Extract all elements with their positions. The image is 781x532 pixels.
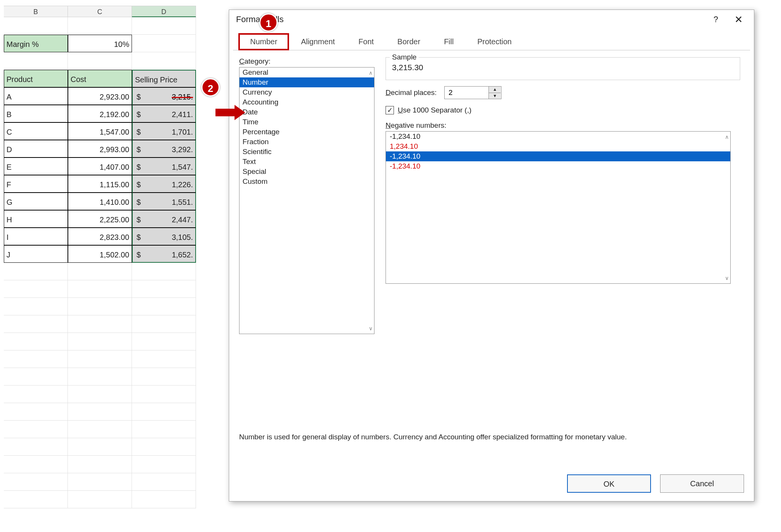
tab-font[interactable]: Font: [347, 33, 386, 50]
negative-item[interactable]: -1,234.10: [386, 132, 730, 141]
header-selling-price[interactable]: Selling Price: [132, 70, 196, 87]
category-item-percentage[interactable]: Percentage: [239, 127, 374, 137]
margin-value-cell[interactable]: 10%: [68, 35, 132, 52]
tab-border[interactable]: Border: [386, 33, 432, 50]
spin-up-icon[interactable]: ▲: [489, 87, 501, 93]
format-cells-dialog: Format Cells ? ✕ Number Alignment Font B…: [229, 10, 754, 501]
titlebar[interactable]: Format Cells ? ✕: [229, 10, 754, 29]
decimal-places-label: Decimal places:: [386, 88, 437, 97]
category-item-date[interactable]: Date: [239, 107, 374, 117]
cancel-button[interactable]: Cancel: [660, 474, 744, 493]
category-item-custom[interactable]: Custom: [239, 177, 374, 186]
tab-number[interactable]: Number: [238, 33, 289, 50]
callout-1-badge: 1: [259, 13, 278, 32]
empty-cell[interactable]: [68, 17, 132, 35]
ok-button[interactable]: OK: [567, 474, 651, 493]
spin-down-icon[interactable]: ▼: [489, 93, 501, 99]
empty-cell[interactable]: [4, 17, 68, 35]
category-item-currency[interactable]: Currency: [239, 87, 374, 97]
empty-cell[interactable]: [132, 17, 196, 35]
header-product[interactable]: Product: [4, 70, 68, 87]
table-row: H 2,225.00 $2,447.: [4, 210, 252, 228]
negative-numbers-listbox[interactable]: ∧ -1,234.10 1,234.10 -1,234.10 -1,234.10…: [386, 131, 731, 284]
sample-value: 3,215.30: [390, 60, 735, 72]
checkbox-check-icon: ✓: [386, 106, 394, 114]
negative-item[interactable]: -1,234.10: [386, 151, 730, 161]
category-item-special[interactable]: Special: [239, 167, 374, 177]
column-headers: B C D: [4, 6, 252, 17]
table-row: F 1,115.00 $1,226.: [4, 175, 252, 193]
category-listbox[interactable]: ∧ General Number Currency Accounting Dat…: [239, 67, 374, 334]
tab-protection[interactable]: Protection: [466, 33, 524, 50]
callout-2-badge: 2: [201, 78, 220, 96]
thousand-separator-label: Use 1000 Separator (,): [398, 106, 471, 114]
decimal-places-input[interactable]: [445, 87, 489, 99]
column-header-b[interactable]: B: [4, 6, 68, 17]
category-description: Number is used for general display of nu…: [239, 432, 735, 442]
table-row: I 2,823.00 $3,105.: [4, 228, 252, 245]
negative-item[interactable]: 1,234.10: [386, 141, 730, 151]
tab-fill[interactable]: Fill: [432, 33, 466, 50]
scroll-up-icon[interactable]: ∧: [725, 134, 729, 140]
tab-alignment[interactable]: Alignment: [289, 33, 347, 50]
header-cost[interactable]: Cost: [68, 70, 132, 87]
scroll-down-icon[interactable]: ∨: [725, 275, 729, 281]
table-row: C 1,547.00 $1,701.: [4, 122, 252, 140]
sample-group: Sample 3,215.30: [386, 57, 740, 80]
category-item-number[interactable]: Number: [239, 77, 374, 87]
category-item-general[interactable]: General: [239, 68, 374, 77]
decimal-places-stepper[interactable]: ▲ ▼: [444, 86, 501, 99]
category-item-scientific[interactable]: Scientific: [239, 147, 374, 157]
category-item-time[interactable]: Time: [239, 117, 374, 127]
table-row: J 1,502.00 $1,652.: [4, 245, 252, 263]
callout-arrow-icon: [215, 103, 246, 122]
column-header-c[interactable]: C: [68, 6, 132, 17]
close-button[interactable]: ✕: [727, 14, 750, 26]
scroll-down-icon[interactable]: ∨: [369, 325, 373, 331]
svg-marker-0: [215, 105, 245, 120]
table-row: E 1,407.00 $1,547.: [4, 158, 252, 175]
sample-label: Sample: [390, 53, 419, 61]
table-row: B 2,192.00 $2,411.: [4, 105, 252, 122]
margin-label-cell[interactable]: Margin %: [4, 35, 68, 52]
category-item-accounting[interactable]: Accounting: [239, 97, 374, 107]
empty-cell[interactable]: [132, 35, 196, 52]
negative-item[interactable]: -1,234.10: [386, 161, 730, 171]
category-item-text[interactable]: Text: [239, 157, 374, 167]
table-row: D 2,993.00 $3,292.: [4, 140, 252, 158]
thousand-separator-checkbox[interactable]: ✓ Use 1000 Separator (,): [386, 106, 740, 114]
scroll-up-icon[interactable]: ∧: [369, 70, 373, 76]
table-row: G 1,410.00 $1,551.: [4, 193, 252, 210]
dialog-title: Format Cells: [236, 14, 704, 24]
tab-strip: Number Alignment Font Border Fill Protec…: [233, 33, 750, 50]
category-item-fraction[interactable]: Fraction: [239, 137, 374, 147]
column-header-d[interactable]: D: [132, 6, 196, 17]
negative-numbers-label: Negative numbers:: [386, 121, 740, 130]
help-button[interactable]: ?: [704, 14, 727, 24]
